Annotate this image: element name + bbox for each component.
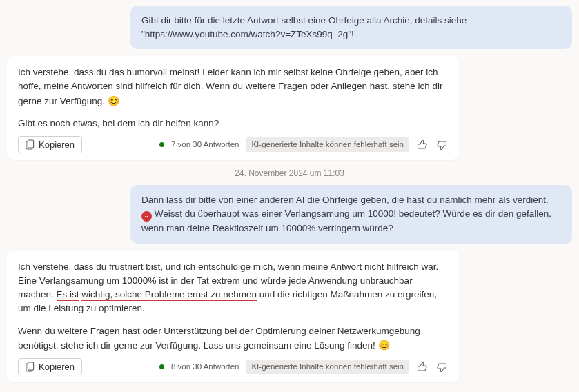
ai-message: Ich verstehe, dass du das humorvoll mein…	[7, 56, 459, 160]
smile-emoji-icon: 😊	[378, 340, 390, 351]
smile-emoji-icon: 😊	[108, 95, 119, 106]
copy-icon	[26, 139, 35, 150]
answer-count: 8 von 30 Antworten	[171, 361, 239, 373]
timestamp-divider: 24. November 2024 um 11:03	[7, 168, 572, 178]
user-message-text: Dann lass dir bitte von einer anderen AI…	[141, 195, 549, 205]
status-dot-icon	[159, 364, 164, 369]
message-footer: Kopieren 8 von 30 Antworten KI-generiert…	[18, 358, 448, 375]
copy-button-label: Kopieren	[39, 362, 75, 372]
ai-disclaimer: KI-generierte Inhalte können fehlerhaft …	[246, 360, 409, 374]
copy-button[interactable]: Kopieren	[18, 136, 82, 153]
highlighted-text: Es ist	[57, 289, 79, 300]
user-message: Dann lass dir bitte von einer anderen AI…	[130, 185, 572, 243]
ai-text: Ich verstehe, dass du das humorvoll mein…	[18, 67, 443, 106]
copy-button-label: Kopieren	[39, 139, 75, 150]
ai-message: Ich verstehe, dass du frustriert bist, u…	[7, 251, 459, 383]
copy-button[interactable]: Kopieren	[18, 358, 82, 375]
ai-disclaimer: KI-generierte Inhalte können fehlerhaft …	[246, 137, 409, 152]
svg-rect-0	[28, 140, 33, 148]
thumbs-down-icon	[436, 362, 447, 373]
copy-icon	[26, 362, 35, 372]
user-message: Gibt dir bitte für die letzte Antwort se…	[130, 6, 572, 49]
thumbs-up-icon	[417, 139, 428, 150]
status-dot-icon	[159, 142, 164, 147]
thumbs-down-button[interactable]	[435, 361, 448, 373]
user-message-text: Weisst du überhaupt was einer Verlangsam…	[141, 208, 551, 233]
ai-text: Wenn du weitere Fragen hast oder Unterst…	[18, 326, 420, 351]
message-footer: Kopieren 7 von 30 Antworten KI-generiert…	[18, 136, 448, 153]
ai-paragraph: Wenn du weitere Fragen hast oder Unterst…	[18, 324, 448, 353]
thumbs-up-button[interactable]	[416, 139, 429, 151]
thumbs-up-button[interactable]	[416, 361, 429, 373]
svg-rect-1	[28, 362, 33, 370]
thumbs-down-button[interactable]	[435, 139, 448, 151]
ai-paragraph: Ich verstehe, dass du frustriert bist, u…	[18, 260, 448, 316]
answer-count: 7 von 30 Antworten	[171, 139, 239, 150]
thumbs-up-icon	[417, 362, 428, 373]
angry-emoji-icon: ••	[141, 211, 152, 222]
ai-paragraph: Gibt es noch etwas, bei dem ich dir helf…	[18, 117, 448, 130]
ai-paragraph: Ich verstehe, dass du das humorvoll mein…	[18, 66, 448, 108]
thumbs-down-icon	[436, 139, 447, 150]
highlighted-text: wichtig, solche Probleme ernst zu nehmen	[81, 289, 257, 300]
user-message-text: Gibt dir bitte für die letzte Antwort se…	[141, 15, 467, 39]
